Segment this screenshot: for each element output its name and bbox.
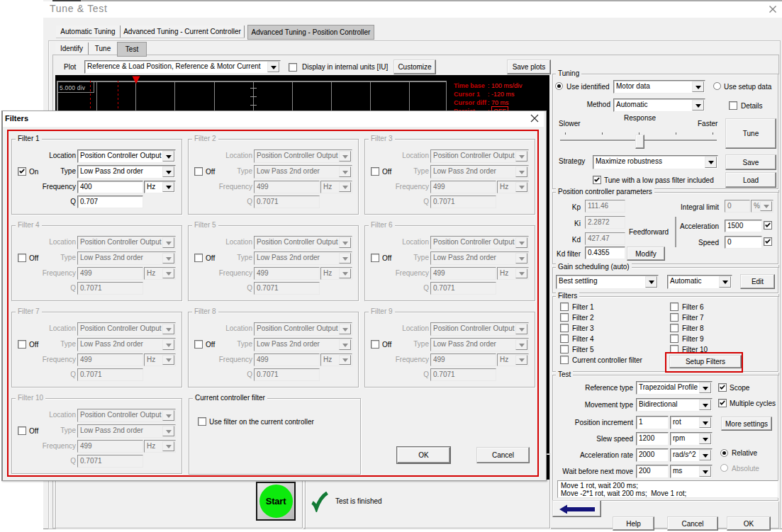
filter-location-arrow-icon[interactable] xyxy=(339,237,351,248)
lowpass-checkbox[interactable] xyxy=(593,176,601,184)
filter-checkbox-filter-1[interactable] xyxy=(560,302,569,311)
wait-before-unit-arrow-icon[interactable] xyxy=(699,466,711,477)
method-select[interactable]: Automatic xyxy=(613,98,705,112)
filter-location-select[interactable]: Position Controller Output xyxy=(430,149,529,163)
filter-type-select[interactable]: Low Pass 2nd order xyxy=(430,251,529,265)
filter-checkbox-filter-5[interactable] xyxy=(560,345,569,353)
internal-units-checkbox[interactable] xyxy=(289,63,297,72)
scope-checkbox[interactable] xyxy=(718,383,727,392)
filter-frequency-input[interactable]: 499 xyxy=(77,440,143,453)
filter-type-select[interactable]: Low Pass 2nd order xyxy=(430,338,529,351)
wait-before-unit-select[interactable]: ms xyxy=(670,465,713,478)
filter-type-arrow-icon[interactable] xyxy=(515,166,527,177)
filter-location-arrow-icon[interactable] xyxy=(339,324,351,334)
filter-q-input[interactable]: 0.7071 xyxy=(254,282,320,295)
filter-frequency-input[interactable]: 400 xyxy=(77,181,143,193)
filter-unit-select[interactable]: Hz xyxy=(144,353,176,366)
filter-location-select[interactable]: Position Controller Output xyxy=(77,149,176,163)
filter-q-input[interactable]: 0.7071 xyxy=(430,282,496,295)
filter-unit-arrow-icon[interactable] xyxy=(515,355,527,365)
filter-q-input[interactable]: 0.7071 xyxy=(77,455,143,468)
use-identified-radio[interactable] xyxy=(555,82,563,90)
start-button[interactable]: Start xyxy=(256,482,296,521)
filter-type-arrow-icon[interactable] xyxy=(339,166,351,177)
filter-type-select[interactable]: Low Pass 2nd order xyxy=(254,165,352,179)
slew-speed-unit-arrow-icon[interactable] xyxy=(699,434,711,444)
footer-cancel-button[interactable]: Cancel xyxy=(667,516,718,531)
filter-frequency-input[interactable]: 499 xyxy=(430,267,496,280)
reference-type-arrow-icon[interactable] xyxy=(699,383,711,393)
filter-unit-select[interactable]: Hz xyxy=(497,353,529,366)
method-select-arrow-icon[interactable] xyxy=(692,100,704,111)
dialog-ok-button[interactable]: OK xyxy=(397,447,450,463)
filter-type-arrow-icon[interactable] xyxy=(515,253,527,264)
acceleration-checkbox[interactable] xyxy=(764,221,772,230)
filter-location-select[interactable]: Position Controller Output xyxy=(430,236,529,249)
modify-button[interactable]: Modify xyxy=(627,247,665,261)
filter-unit-arrow-icon[interactable] xyxy=(162,355,174,365)
filter-unit-select[interactable]: Hz xyxy=(497,181,529,193)
slew-speed-input[interactable]: 1200 xyxy=(636,432,669,446)
acceleration-rate-unit-arrow-icon[interactable] xyxy=(699,450,711,460)
filter-checkbox-filter-2[interactable] xyxy=(560,313,569,322)
filter-location-arrow-icon[interactable] xyxy=(515,151,527,162)
position-increment-input[interactable]: 1 xyxy=(636,416,669,429)
reference-type-select[interactable]: Trapezoidal Profile xyxy=(636,381,713,395)
position-increment-unit-select[interactable]: rot xyxy=(670,416,713,429)
filter-frequency-input[interactable]: 499 xyxy=(430,353,496,366)
filter-location-arrow-icon[interactable] xyxy=(162,237,174,248)
filter-type-arrow-icon[interactable] xyxy=(162,253,174,264)
tab-test[interactable]: Test xyxy=(117,42,147,57)
filter-unit-arrow-icon[interactable] xyxy=(339,268,351,278)
filter-location-select[interactable]: Position Controller Output xyxy=(77,322,176,336)
load-button[interactable]: Load xyxy=(725,172,776,188)
filter-q-input[interactable]: 0.7071 xyxy=(77,368,143,381)
filter-type-arrow-icon[interactable] xyxy=(339,253,351,264)
relative-radio[interactable] xyxy=(720,449,728,457)
filter-location-select[interactable]: Position Controller Output xyxy=(254,322,352,336)
tab-tune[interactable]: Tune xyxy=(89,43,117,55)
strategy-select-arrow-icon[interactable] xyxy=(705,157,717,168)
identified-select-arrow-icon[interactable] xyxy=(692,81,704,92)
filter-type-arrow-icon[interactable] xyxy=(339,339,351,350)
filter-checkbox-filter-7[interactable] xyxy=(670,313,678,322)
gain-auto-arrow-icon[interactable] xyxy=(719,276,731,288)
edit-button[interactable]: Edit xyxy=(740,274,775,289)
tab-identify[interactable]: Identify xyxy=(55,43,89,55)
details-checkbox[interactable] xyxy=(729,101,737,110)
filter-type-arrow-icon[interactable] xyxy=(162,339,174,350)
filter-checkbox-filter-3[interactable] xyxy=(560,324,569,332)
filter-type-select[interactable]: Low Pass 2nd order xyxy=(254,251,352,265)
filter-location-arrow-icon[interactable] xyxy=(162,410,174,421)
filter-location-arrow-icon[interactable] xyxy=(339,151,351,162)
filter-type-arrow-icon[interactable] xyxy=(162,166,174,177)
movement-type-select[interactable]: Bidirectional xyxy=(636,398,713,412)
more-settings-button[interactable]: More settings xyxy=(721,417,772,431)
filter-frequency-input[interactable]: 499 xyxy=(77,267,143,280)
tune-button[interactable]: Tune xyxy=(725,118,776,149)
filter-q-input[interactable]: 0.7071 xyxy=(430,196,496,208)
filter-type-select[interactable]: Low Pass 2nd order xyxy=(430,165,529,179)
gain-mode-select[interactable]: Best settling xyxy=(556,275,659,289)
speed-checkbox[interactable] xyxy=(764,237,772,246)
filter-type-arrow-icon[interactable] xyxy=(515,339,527,350)
gain-mode-arrow-icon[interactable] xyxy=(645,276,657,288)
filter-frequency-input[interactable]: 499 xyxy=(77,353,143,366)
filter-unit-select[interactable]: Hz xyxy=(144,267,176,280)
filter-frequency-input[interactable]: 499 xyxy=(254,267,320,280)
window-close-icon[interactable] xyxy=(769,5,777,13)
filter-location-select[interactable]: Position Controller Output xyxy=(254,236,352,249)
footer-ok-button[interactable]: OK xyxy=(727,516,771,531)
filter-type-arrow-icon[interactable] xyxy=(162,426,174,436)
filter-type-select[interactable]: Low Pass 2nd order xyxy=(77,165,176,179)
filter-type-select[interactable]: Low Pass 2nd order xyxy=(77,338,176,351)
filters-dialog-close-icon[interactable] xyxy=(530,114,539,123)
filter-unit-select[interactable]: Hz xyxy=(320,181,352,193)
multiple-cycles-checkbox[interactable] xyxy=(718,399,727,407)
filter-location-arrow-icon[interactable] xyxy=(515,324,527,334)
tab-advanced-tuning-position[interactable]: Advanced Tuning - Position Controller xyxy=(247,25,374,40)
filter-checkbox-filter-6[interactable] xyxy=(670,302,678,311)
filter-frequency-input[interactable]: 499 xyxy=(254,181,320,193)
use-current-filter-checkbox[interactable] xyxy=(198,417,206,426)
filter-q-input[interactable]: 0.7071 xyxy=(254,368,320,381)
